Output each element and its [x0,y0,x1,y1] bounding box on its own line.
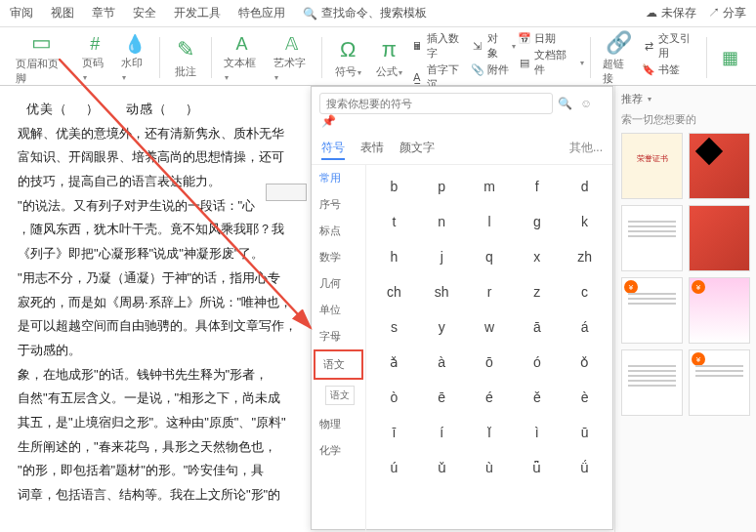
textbox-button[interactable]: A 文本框▾ [218,31,266,84]
symbol-cell[interactable]: h [370,239,418,274]
symbol-cell[interactable]: s [370,309,418,345]
symbol-cell[interactable]: r [466,274,514,309]
object-button[interactable]: ⇲对象▾ [471,31,516,61]
symbol-cell[interactable]: ó [513,345,561,380]
symbol-cell[interactable]: ú [370,450,418,485]
bookmark-button[interactable]: 🔖书签 [642,62,700,77]
emoji-icon[interactable]: ☺ [577,97,595,110]
symbol-cell[interactable]: à [418,345,466,380]
cat-chinese[interactable]: 语文 [314,349,363,380]
cat-physics[interactable]: 物理 [312,411,365,437]
menu-special[interactable]: 特色应用 [238,5,285,21]
symbol-cell[interactable]: n [418,204,466,239]
symbol-cell[interactable]: d [561,169,609,204]
cat-letter[interactable]: 字母 [312,323,365,349]
header-footer-button[interactable]: ▭ 页眉和页脚 [10,31,74,84]
template-thumb[interactable]: ¥ [689,277,750,344]
cat-geo[interactable]: 几何 [312,270,365,297]
symbol-cell[interactable]: j [418,239,466,274]
template-thumb[interactable]: ¥ [689,349,750,416]
cat-unit[interactable]: 单位 [312,297,365,323]
symbol-cell[interactable]: ch [370,274,418,309]
menu-view[interactable]: 视图 [51,5,74,21]
watermark-button[interactable]: 💧 水印▾ [115,31,152,84]
symbol-cell[interactable]: ǘ [561,450,609,485]
template-thumb[interactable] [689,205,750,271]
attachment-button[interactable]: 📎附件 [471,62,516,77]
menu-dev[interactable]: 开发工具 [174,5,221,21]
symbol-cell[interactable]: ì [513,415,561,450]
symbol-cell[interactable]: l [466,204,514,239]
symbol-cell[interactable]: q [466,239,514,274]
cat-punct[interactable]: 标点 [312,218,365,244]
tab-other[interactable]: 其他... [569,138,603,160]
symbol-cell[interactable]: ù [466,450,514,485]
symbol-cell[interactable]: b [370,169,418,204]
share-button[interactable]: ↗ 分享 [708,5,746,21]
symbol-cell[interactable]: ē [418,380,466,415]
symbol-cell[interactable]: ǒ [561,345,609,380]
formula-button[interactable]: π 公式▾ [369,31,408,84]
crossref-button[interactable]: ⇄交叉引用 [642,31,700,61]
symbol-cell[interactable]: t [370,204,418,239]
command-search[interactable]: 🔍 查找命令、搜索模板 [303,5,427,21]
symbol-cell[interactable]: ō [466,345,514,380]
tab-emoji[interactable]: 表情 [360,138,384,160]
symbol-cell[interactable]: í [418,415,466,450]
page-number-button[interactable]: # 页码▾ [76,31,113,84]
search-icon[interactable]: 🔍 [557,97,574,110]
symbol-cell[interactable]: ò [370,380,418,415]
template-thumb[interactable] [689,133,750,199]
template-thumb[interactable]: ¥ [621,277,683,344]
cat-ordinal[interactable]: 序号 [312,191,365,218]
symbol-cell[interactable]: y [418,309,466,345]
cat-math[interactable]: 数学 [312,244,365,270]
unsaved-status[interactable]: ☁ 未保存 [646,5,695,21]
symbol-cell[interactable]: w [466,309,514,345]
menu-security[interactable]: 安全 [133,5,156,21]
pin-icon[interactable]: 📌 [319,114,337,128]
symbol-cell[interactable]: á [561,309,609,345]
symbol-cell[interactable]: ě [513,380,561,415]
cat-common[interactable]: 常用 [312,165,365,191]
hyperlink-button[interactable]: 🔗 超链接 [597,31,640,84]
symbol-cell[interactable]: é [466,380,514,415]
symbol-cell[interactable]: ā [513,309,561,345]
side-recommend[interactable]: 推荐 ▾ [621,92,750,106]
tab-symbol[interactable]: 符号 [321,138,345,160]
doc-parts-button[interactable]: ▤文档部件▾ [518,48,584,77]
symbol-cell[interactable]: ī [370,415,418,450]
template-thumb[interactable]: 荣誉证书 [621,133,683,199]
symbol-cell[interactable]: x [513,239,561,274]
symbol-cell[interactable]: z [513,274,561,309]
art-text-button[interactable]: 𝔸 艺术字▾ [268,31,315,84]
symbol-cell[interactable]: è [561,380,609,415]
menu-section[interactable]: 章节 [92,5,115,21]
symbol-cell[interactable]: f [513,169,561,204]
symbol-cell[interactable]: m [466,169,514,204]
menu-review[interactable]: 审阅 [10,5,33,21]
more-icon: ▦ [719,47,740,68]
symbol-cell[interactable]: c [561,274,609,309]
tab-kaomoji[interactable]: 颜文字 [399,138,435,160]
template-thumb[interactable] [621,205,683,271]
cat-english[interactable]: 语文 [312,380,365,411]
template-thumb[interactable] [621,349,683,416]
symbol-cell[interactable]: ǐ [466,415,514,450]
symbol-cell[interactable]: ū [561,415,609,450]
symbol-cell[interactable]: g [513,204,561,239]
symbol-search-input[interactable] [319,93,553,114]
symbol-cell[interactable]: p [418,169,466,204]
cat-chemistry[interactable]: 化学 [312,437,365,464]
symbol-cell[interactable]: sh [418,274,466,309]
symbol-cell[interactable]: ǎ [370,345,418,380]
symbol-cell[interactable]: zh [561,239,609,274]
date-button[interactable]: 📅日期 [518,31,584,46]
comment-button[interactable]: ✎ 批注 [166,31,205,84]
symbol-cell[interactable]: k [561,204,609,239]
symbol-cell[interactable]: ǖ [513,450,561,485]
symbol-button[interactable]: Ω 符号▾ [328,31,367,84]
more-button[interactable]: ▦ [713,31,746,84]
insert-number-button[interactable]: 🖩插入数字 [410,31,469,61]
symbol-cell[interactable]: ǔ [418,450,466,485]
